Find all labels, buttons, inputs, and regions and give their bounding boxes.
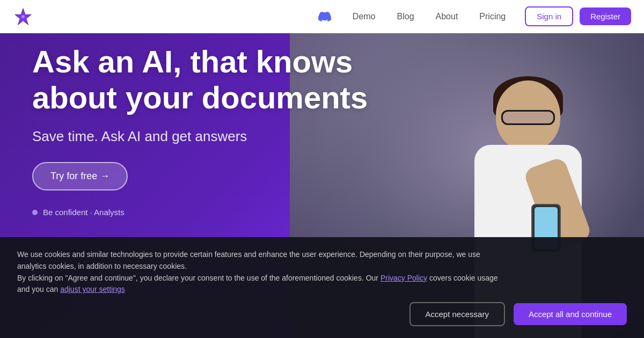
- hero-content: Ask an AI, that knows about your documen…: [32, 44, 386, 217]
- nav-demo[interactable]: Demo: [344, 8, 384, 26]
- cookie-text-line2: By clicking on "Agree and continue", you…: [17, 274, 378, 282]
- nav-links: Demo Blog About Pricing: [310, 6, 514, 27]
- svg-point-0: [21, 15, 25, 18]
- nav-pricing[interactable]: Pricing: [471, 8, 514, 26]
- hero-title: Ask an AI, that knows about your documen…: [32, 44, 386, 115]
- nav-buttons: Sign in Register: [525, 6, 631, 26]
- discord-link[interactable]: [310, 6, 340, 27]
- privacy-policy-link[interactable]: Privacy Policy: [380, 274, 427, 282]
- discord-icon: [318, 10, 331, 23]
- adjust-settings-link[interactable]: adjust your settings: [60, 285, 125, 293]
- badge-dot: [32, 210, 38, 215]
- cookie-text: We use cookies and similar technologies …: [17, 249, 500, 296]
- logo[interactable]: [13, 6, 33, 27]
- register-button[interactable]: Register: [580, 8, 631, 25]
- cookie-actions: Accept necessary Accept all and continue: [17, 302, 627, 326]
- hero-cta-button[interactable]: Try for free →: [32, 162, 128, 190]
- accept-necessary-button[interactable]: Accept necessary: [409, 302, 505, 326]
- hero-badge: Be confident · Analysts: [32, 208, 386, 217]
- person-head: [496, 80, 560, 150]
- badge-text: Be confident · Analysts: [43, 208, 125, 217]
- person-glasses: [501, 110, 555, 125]
- signin-button[interactable]: Sign in: [525, 6, 573, 26]
- logo-icon: [13, 6, 33, 27]
- hero-subtitle: Save time. Ask AI and get answers: [32, 128, 386, 145]
- nav-about[interactable]: About: [427, 8, 467, 26]
- accept-all-button[interactable]: Accept all and continue: [514, 303, 627, 325]
- nav-blog[interactable]: Blog: [389, 8, 423, 26]
- navbar: Demo Blog About Pricing Sign in Register: [0, 0, 644, 33]
- cookie-banner: We use cookies and similar technologies …: [0, 237, 644, 338]
- cookie-text-line1: We use cookies and similar technologies …: [17, 250, 480, 270]
